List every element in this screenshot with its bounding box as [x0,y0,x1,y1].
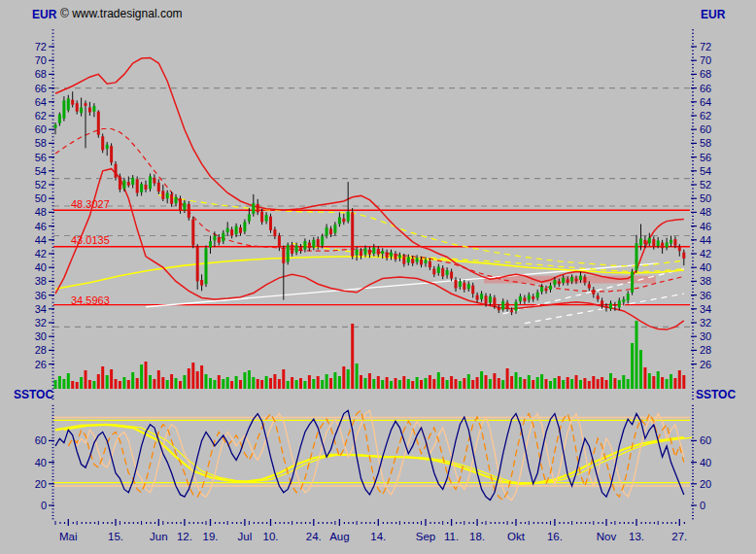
volume-bar [666,379,669,389]
volume-bar [58,376,61,389]
axis-minor-tick [52,434,54,435]
volume-bar [377,376,380,389]
axis-minor-tick [692,181,694,182]
volume-bar [652,376,655,389]
axis-minor-tick [692,371,694,372]
axis-minor-tick [52,189,54,190]
axis-minor-tick [52,122,54,123]
candle-body [540,287,543,292]
x-axis-label: Nov [597,531,617,542]
axis-minor-tick [52,515,54,516]
axis-minor-tick [692,154,694,155]
axis-minor-tick [692,421,694,422]
volume-bar [303,381,306,389]
candle-body [467,284,470,289]
candle-body [480,294,483,299]
candle-body [631,272,634,293]
candle-body [278,236,281,248]
x-axis-dot [284,522,285,524]
candle-body [239,227,242,233]
axis-minor-tick [52,223,54,224]
volume-bar [682,375,685,389]
volume-bar [609,373,612,389]
axis-minor-tick [52,98,54,99]
axis-minor-tick [52,95,54,96]
candle-body [395,254,397,260]
axis-minor-tick [52,469,54,470]
stoch-tick-label: 20 [35,478,47,490]
candle-body [205,248,208,284]
candle-body [265,215,268,221]
volume-bar [425,378,428,389]
axis-minor-tick [52,202,54,203]
volume-bar [80,377,83,389]
volume-bar [183,375,186,389]
x-axis-label: 11. [444,531,459,542]
volume-bar [627,379,630,389]
candle-body [170,194,173,204]
x-axis-dot [503,522,504,524]
candle-body [76,103,79,112]
level-label-34: 34.5963 [71,294,110,306]
axis-minor-tick [692,392,694,393]
axis-minor-tick [52,467,54,467]
price-tick-label: 40 [700,261,711,273]
axis-minor-tick [692,82,694,83]
axis-minor-tick [52,120,54,121]
chart-canvas[interactable]: 7272707068686666646462626060585856565454… [0,0,756,554]
x-axis-label: Okt [507,531,526,542]
axis-minor-tick [52,316,54,317]
x-axis-dot [266,522,267,524]
candle-body [243,222,246,231]
axis-minor-tick [692,512,694,513]
axis-minor-tick [692,29,694,30]
price-tick-label: 60 [35,123,47,135]
axis-minor-tick [52,260,54,261]
candle-body [476,295,479,300]
axis-minor-tick [692,122,694,123]
candle-body [136,179,139,192]
axis-minor-tick [52,405,54,406]
axis-minor-tick [52,340,54,341]
x-axis-dot [641,522,642,524]
axis-minor-tick [692,53,694,54]
axis-minor-tick [52,454,54,455]
axis-minor-tick [52,167,54,168]
price-tick-label: 60 [700,123,711,135]
x-axis-dot [64,522,65,524]
axis-minor-tick [692,408,694,409]
x-axis-dot [533,522,534,524]
axis-minor-tick [692,469,694,470]
x-axis-dot [564,522,565,524]
x-axis-dot [86,522,86,524]
white-trendline [146,263,658,307]
axis-minor-tick [52,140,54,141]
price-tick-label: 48 [35,206,47,218]
x-axis-dot [675,522,676,524]
x-axis-label: 12. [177,531,192,542]
candle-body [523,297,526,301]
x-axis-label: 18. [469,531,485,542]
candle-body [386,253,389,259]
candle-body [429,261,431,267]
axis-minor-tick [52,36,54,37]
tradesignal-chart-window: 7272707068686666646462626060585856565454… [0,0,756,554]
axis-minor-tick [52,136,54,137]
price-tick-label: 46 [700,221,711,232]
price-tick-label: 64 [35,96,47,108]
candle-body [317,239,320,247]
x-axis-dot [598,522,599,524]
candle-body [200,280,203,286]
price-tick-label: 40 [35,261,47,273]
volume-bar [235,376,238,389]
x-axis-dot [369,522,370,524]
volume-bar [179,381,182,389]
candle-body [627,294,630,300]
axis-minor-tick [692,247,694,248]
axis-minor-tick [692,385,694,386]
volume-bar [71,381,74,389]
axis-minor-tick [52,508,54,509]
axis-minor-tick [692,105,694,106]
candle-body [437,267,440,273]
candle-body [652,239,655,247]
